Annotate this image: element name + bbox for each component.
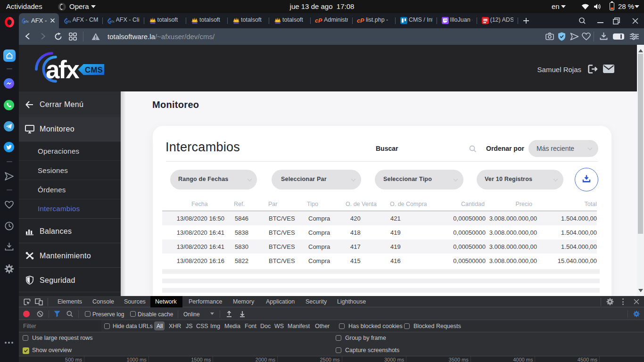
svg-text:afx: afx [24, 19, 29, 24]
svg-text:afx: afx [46, 56, 80, 83]
svg-text:afx: afx [109, 19, 115, 24]
svg-text:afx: afx [66, 19, 72, 24]
svg-text:CMS: CMS [85, 66, 103, 74]
